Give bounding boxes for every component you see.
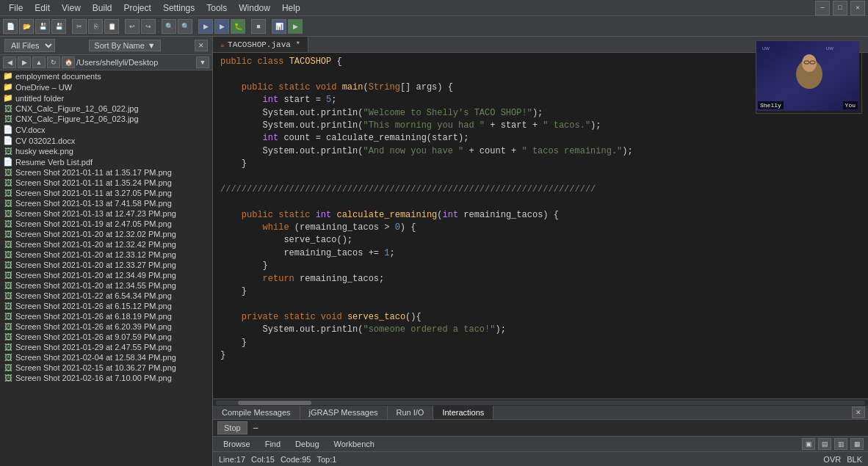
up-btn[interactable]: ▲ [32, 57, 46, 68]
menu-edit[interactable]: Edit [29, 1, 56, 15]
file-item[interactable]: 🖼Screen Shot 2021-01-26 at 6.15.12 PM.pn… [0, 301, 212, 311]
save-btn[interactable]: 💾 [35, 19, 50, 34]
file-item[interactable]: 📁untitled folder [0, 92, 212, 103]
status-bar: Line:17 Col:15 Code:95 Top:1 OVR BLK [213, 451, 868, 466]
menu-help[interactable]: Help [276, 1, 306, 15]
stop-button[interactable]: Stop [217, 421, 247, 434]
png-icon: 🖼 [3, 302, 13, 310]
stop-label: Stop [224, 423, 241, 432]
open-btn[interactable]: 📂 [19, 19, 34, 34]
file-item[interactable]: 🖼husky week.png [0, 146, 212, 156]
bottom-icon4[interactable]: ▦ [850, 438, 864, 450]
menu-tools[interactable]: Tools [200, 1, 233, 15]
file-item[interactable]: 🖼Screen Shot 2021-01-11 at 1.35.24 PM.pn… [0, 178, 212, 188]
menu-view[interactable]: View [56, 1, 87, 15]
close-btn[interactable]: ✕ [850, 1, 865, 15]
stop-toolbar-btn[interactable]: ■ [251, 19, 266, 34]
png-icon: 🖼 [3, 168, 13, 177]
file-item[interactable]: 🖼Screen Shot 2021-01-20 at 12.32.02 PM.p… [0, 229, 212, 239]
new-file-btn[interactable]: 📄 [3, 19, 18, 34]
refresh-btn[interactable]: ↻ [47, 57, 60, 68]
file-item[interactable]: 🖼Screen Shot 2021-01-20 at 12.33.12 PM.p… [0, 250, 212, 260]
file-item[interactable]: 🖼Screen Shot 2021-01-26 at 6.18.19 PM.pn… [0, 311, 212, 321]
file-item[interactable]: 📁employment documents [0, 70, 212, 81]
sidebar-close-btn[interactable]: ✕ [195, 40, 208, 51]
menu-project[interactable]: Project [118, 1, 157, 15]
menu-file[interactable]: File [3, 1, 29, 15]
forward-btn[interactable]: ▶ [18, 57, 31, 68]
browse-btn[interactable]: Browse [217, 439, 256, 449]
png-icon: 🖼 [3, 332, 13, 341]
png-icon: 🖼 [3, 261, 13, 269]
file-item[interactable]: 🖼Screen Shot 2021-01-26 at 9.07.59 PM.pn… [0, 332, 212, 342]
file-item[interactable]: 🖼Screen Shot 2021-01-13 at 7.41.58 PM.pn… [0, 198, 212, 208]
panel-close-btn[interactable]: ✕ [852, 407, 865, 418]
tab-interactions[interactable]: Interactions [433, 406, 493, 419]
file-tab-tacoshop[interactable]: ☕ TACOSHOP.java * [213, 37, 308, 52]
file-item[interactable]: 🖼Screen Shot 2021-01-20 at 12.34.55 PM.p… [0, 280, 212, 291]
bottom-icon2[interactable]: ▤ [818, 438, 831, 450]
tab-run-io[interactable]: Run I/O [388, 406, 434, 419]
file-item[interactable]: 🖼Screen Shot 2021-02-15 at 10.36.27 PM.p… [0, 363, 212, 373]
sort-dropdown-icon: ▼ [148, 41, 156, 50]
tab-compile-messages[interactable]: Compile Messages [213, 406, 300, 419]
workbench-btn[interactable]: Workbench [328, 439, 380, 449]
bottom-icon3[interactable]: ▥ [834, 438, 847, 450]
undo-btn[interactable]: ↩ [125, 19, 140, 34]
file-name: Screen Shot 2021-01-26 at 9.07.59 PM.png [15, 332, 172, 341]
hscroll-thumb[interactable] [238, 401, 311, 405]
file-item[interactable]: 🖼Screen Shot 2021-01-20 at 12.33.27 PM.p… [0, 260, 212, 270]
file-item[interactable]: 🖼Screen Shot 2021-01-20 at 12.32.42 PM.p… [0, 239, 212, 250]
debug-nav-btn[interactable]: Debug [289, 439, 325, 449]
cut-btn[interactable]: ✂ [72, 19, 87, 34]
sort-by-button[interactable]: Sort By Name ▼ [89, 40, 160, 51]
file-item[interactable]: 📄CV.docx [0, 124, 212, 135]
find-nav-btn[interactable]: Find [259, 439, 286, 449]
file-item[interactable]: 🖼Screen Shot 2021-01-13 at 12.47.23 PM.p… [0, 208, 212, 219]
file-name: OneDrive – UW [15, 83, 72, 92]
find-btn[interactable]: 🔍 [162, 19, 176, 34]
file-item[interactable]: 🖼Screen Shot 2021-02-04 at 12.58.34 PM.p… [0, 352, 212, 363]
bottom-icon1[interactable]: ▣ [802, 438, 815, 450]
maximize-btn[interactable]: □ [833, 1, 847, 15]
file-item[interactable]: 🖼Screen Shot 2021-01-26 at 6.20.39 PM.pn… [0, 321, 212, 332]
graph-btn[interactable]: 📊 [272, 19, 286, 34]
file-name: Screen Shot 2021-01-11 at 1.35.24 PM.png [15, 178, 172, 187]
path-dropdown-btn[interactable]: ▼ [196, 57, 209, 68]
menu-window[interactable]: Window [233, 1, 276, 15]
redo-btn[interactable]: ↪ [141, 19, 156, 34]
compile-btn[interactable]: ▶ [198, 19, 213, 34]
file-item[interactable]: 🖼Screen Shot 2021-01-11 at 1.35.17 PM.pn… [0, 167, 212, 178]
tab-jgrasp-messages[interactable]: jGRASP Messages [300, 406, 388, 419]
debug-btn[interactable]: 🐛 [231, 19, 245, 34]
video-panel: UW UW UW Shelly You [756, 40, 862, 114]
file-item[interactable]: 🖼Screen Shot 2021-02-16 at 7.10.00 PM.pn… [0, 373, 212, 383]
find2-btn[interactable]: 🔍 [178, 19, 192, 34]
file-item[interactable]: 🖼Screen Shot 2021-01-19 at 2.47.05 PM.pn… [0, 219, 212, 229]
run-btn[interactable]: ▶ [214, 19, 229, 34]
file-item[interactable]: 📁OneDrive – UW [0, 81, 212, 92]
file-item[interactable]: 🖼CNX_Calc_Figure_12_06_022.jpg [0, 103, 212, 114]
file-item[interactable]: 🖼Screen Shot 2021-01-20 at 12.34.49 PM.p… [0, 270, 212, 280]
minimize-btn[interactable]: ─ [815, 1, 830, 15]
home-btn[interactable]: 🏠 [62, 57, 75, 68]
save-all-btn[interactable]: 💾 [51, 19, 66, 34]
back-btn[interactable]: ◀ [3, 57, 16, 68]
file-item[interactable]: 📄Resume Verb List.pdf [0, 156, 212, 167]
paste-btn[interactable]: 📋 [104, 19, 119, 34]
menu-build[interactable]: Build [87, 1, 118, 15]
copy-btn[interactable]: ⎘ [88, 19, 103, 34]
bottom-content-area: Stop – [213, 420, 868, 436]
menu-settings[interactable]: Settings [157, 1, 200, 15]
file-item[interactable]: 🖼Screen Shot 2021-01-11 at 3.27.05 PM.pn… [0, 188, 212, 198]
all-files-select[interactable]: All Files [4, 39, 55, 52]
run2-btn[interactable]: ▶ [288, 19, 303, 34]
file-name: Screen Shot 2021-01-20 at 12.33.27 PM.pn… [15, 261, 176, 269]
file-item[interactable]: 🖼CNX_Calc_Figure_12_06_023.jpg [0, 114, 212, 124]
file-item[interactable]: 📄CV 032021.docx [0, 135, 212, 146]
file-item[interactable]: 🖼Screen Shot 2021-01-29 at 2.47.55 PM.pn… [0, 342, 212, 352]
file-name: Screen Shot 2021-01-20 at 12.32.42 PM.pn… [15, 240, 176, 249]
file-item[interactable]: 🖼Screen Shot 2021-01-22 at 6.54.34 PM.pn… [0, 291, 212, 301]
content-area: All Files Sort By Name ▼ ✕ ◀ ▶ ▲ ↻ 🏠 /Us… [0, 37, 868, 466]
editor-hscroll[interactable] [213, 398, 868, 406]
